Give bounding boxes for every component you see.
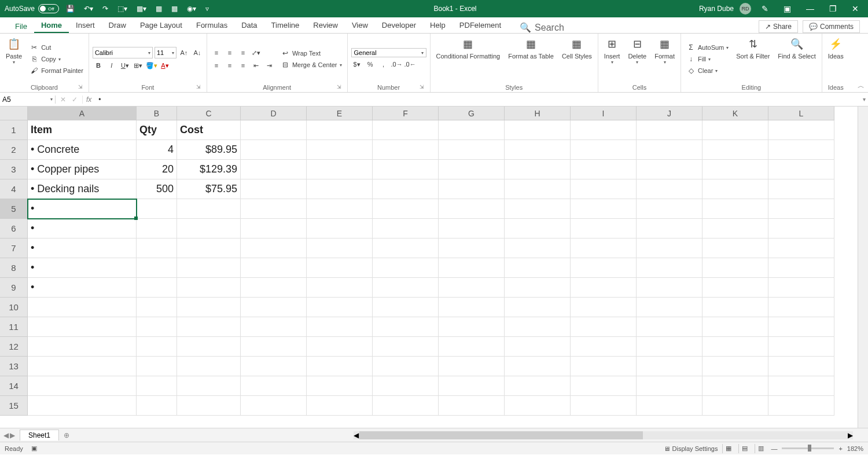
autosum-button[interactable]: ΣAutoSum▾ bbox=[685, 42, 730, 53]
column-header[interactable]: I bbox=[571, 107, 637, 120]
decrease-indent-icon[interactable]: ⇤ bbox=[251, 60, 262, 71]
cell[interactable] bbox=[703, 396, 768, 416]
cell[interactable] bbox=[768, 219, 834, 238]
cell[interactable] bbox=[28, 376, 137, 396]
row-header[interactable]: 10 bbox=[0, 298, 28, 317]
cell[interactable] bbox=[241, 258, 307, 278]
cell[interactable] bbox=[637, 179, 703, 199]
comments-button[interactable]: 💬Comments bbox=[803, 20, 860, 33]
cell[interactable] bbox=[505, 298, 571, 317]
sheet-prev-icon[interactable]: ◀ bbox=[3, 431, 9, 439]
cell[interactable] bbox=[768, 337, 834, 357]
font-name-select[interactable]: Calibri▾ bbox=[93, 47, 153, 58]
column-header[interactable]: G bbox=[439, 107, 505, 120]
cell[interactable] bbox=[637, 396, 703, 416]
cell[interactable]: • bbox=[28, 238, 137, 258]
row-header[interactable]: 9 bbox=[0, 278, 28, 298]
cell[interactable] bbox=[373, 396, 439, 416]
cell[interactable] bbox=[703, 120, 768, 140]
cell[interactable] bbox=[241, 298, 307, 317]
cell[interactable] bbox=[307, 120, 373, 140]
cell[interactable] bbox=[177, 238, 241, 258]
cell[interactable] bbox=[307, 140, 373, 160]
cell[interactable] bbox=[571, 298, 637, 317]
sheet-next-icon[interactable]: ▶ bbox=[10, 431, 15, 439]
share-button[interactable]: ↗Share bbox=[759, 20, 798, 33]
format-as-table-button[interactable]: ▦Format as Table bbox=[506, 35, 556, 83]
cell[interactable] bbox=[439, 357, 505, 376]
fx-icon[interactable]: fx bbox=[83, 96, 95, 104]
cell[interactable] bbox=[505, 120, 571, 140]
tab-review[interactable]: Review bbox=[306, 19, 345, 33]
cell[interactable] bbox=[505, 357, 571, 376]
align-bottom-icon[interactable]: ≡ bbox=[237, 47, 249, 58]
vertical-scrollbar[interactable] bbox=[858, 107, 868, 428]
qat-icon[interactable]: ▦ bbox=[153, 3, 164, 14]
cell[interactable] bbox=[637, 357, 703, 376]
cell[interactable] bbox=[307, 258, 373, 278]
cell[interactable] bbox=[505, 238, 571, 258]
cell[interactable] bbox=[241, 160, 307, 179]
align-center-icon[interactable]: ≡ bbox=[224, 60, 236, 71]
cell[interactable] bbox=[571, 238, 637, 258]
cell[interactable] bbox=[439, 396, 505, 416]
insert-cells-button[interactable]: ⊞Insert▾ bbox=[602, 35, 623, 83]
row-header[interactable]: 6 bbox=[0, 219, 28, 238]
fill-color-button[interactable]: 🪣▾ bbox=[146, 60, 157, 71]
cell[interactable] bbox=[571, 278, 637, 298]
row-header[interactable]: 11 bbox=[0, 317, 28, 337]
cell[interactable] bbox=[177, 357, 241, 376]
tab-home[interactable]: Home bbox=[34, 19, 69, 33]
cell[interactable]: • bbox=[28, 219, 137, 238]
cell[interactable]: • Copper pipes bbox=[28, 160, 137, 179]
cell[interactable] bbox=[637, 317, 703, 337]
cell[interactable] bbox=[373, 298, 439, 317]
user-avatar[interactable]: RD bbox=[740, 3, 751, 14]
font-color-button[interactable]: A▾ bbox=[159, 60, 171, 71]
cell[interactable]: Item bbox=[28, 120, 137, 140]
horizontal-scrollbar[interactable]: ◀▶ bbox=[354, 431, 853, 439]
increase-font-icon[interactable]: A↑ bbox=[178, 47, 190, 58]
cell[interactable] bbox=[137, 337, 177, 357]
cell[interactable] bbox=[505, 258, 571, 278]
cell[interactable] bbox=[241, 179, 307, 199]
cell[interactable] bbox=[373, 258, 439, 278]
cell[interactable] bbox=[505, 140, 571, 160]
cell[interactable] bbox=[373, 376, 439, 396]
cell[interactable] bbox=[571, 376, 637, 396]
cell[interactable] bbox=[439, 120, 505, 140]
cell[interactable] bbox=[241, 396, 307, 416]
delete-cells-button[interactable]: ⊟Delete▾ bbox=[626, 35, 649, 83]
cell[interactable] bbox=[768, 199, 834, 219]
cell[interactable] bbox=[373, 179, 439, 199]
row-header[interactable]: 2 bbox=[0, 140, 28, 160]
cell[interactable] bbox=[373, 238, 439, 258]
column-header[interactable]: D bbox=[241, 107, 307, 120]
cell[interactable] bbox=[373, 160, 439, 179]
column-header[interactable]: L bbox=[768, 107, 834, 120]
cell[interactable] bbox=[571, 160, 637, 179]
cell[interactable] bbox=[505, 179, 571, 199]
ideas-button[interactable]: ⚡Ideas bbox=[826, 35, 846, 83]
align-right-icon[interactable]: ≡ bbox=[237, 60, 249, 71]
cell[interactable] bbox=[637, 298, 703, 317]
cell[interactable] bbox=[439, 140, 505, 160]
tab-draw[interactable]: Draw bbox=[102, 19, 133, 33]
cell[interactable]: • bbox=[28, 199, 137, 219]
cell[interactable] bbox=[505, 199, 571, 219]
tab-file[interactable]: File bbox=[8, 20, 34, 33]
cell[interactable] bbox=[307, 396, 373, 416]
cell[interactable] bbox=[137, 357, 177, 376]
cell[interactable] bbox=[28, 337, 137, 357]
cell[interactable]: 4 bbox=[137, 140, 177, 160]
cell[interactable] bbox=[703, 258, 768, 278]
cell[interactable] bbox=[439, 179, 505, 199]
column-header[interactable]: J bbox=[637, 107, 703, 120]
align-middle-icon[interactable]: ≡ bbox=[224, 47, 236, 58]
add-sheet-icon[interactable]: ⊕ bbox=[64, 431, 69, 439]
cell[interactable]: 20 bbox=[137, 160, 177, 179]
cell[interactable] bbox=[177, 219, 241, 238]
tab-insert[interactable]: Insert bbox=[69, 19, 102, 33]
cell[interactable] bbox=[571, 179, 637, 199]
cell[interactable]: Cost bbox=[177, 120, 241, 140]
